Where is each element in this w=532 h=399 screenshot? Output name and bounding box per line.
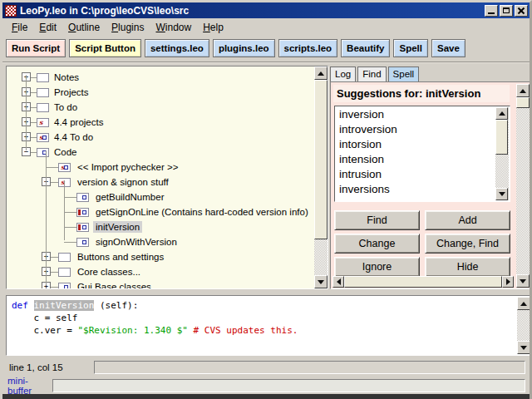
toolbar-button-scripts-leo[interactable]: scripts.leo	[278, 39, 338, 57]
menu-item-outline[interactable]: Outline	[62, 20, 106, 35]
code-token: (self):	[94, 300, 138, 311]
menu-item-file[interactable]: File	[6, 20, 33, 35]
tree-node-label[interactable]: Buttons and settings	[75, 251, 166, 263]
menu-item-window[interactable]: Window	[150, 20, 197, 35]
suggestion-item[interactable]: intorsion	[336, 137, 495, 152]
menu-item-edit[interactable]: Edit	[33, 20, 62, 35]
tree-node-label[interactable]: Gui Base classes	[75, 281, 154, 289]
suggestion-item[interactable]: introversion	[336, 122, 495, 137]
content-mark-icon	[82, 225, 86, 229]
spell-button-ignore[interactable]: Ignore	[334, 257, 420, 277]
suggestion-item[interactable]: inversions	[336, 182, 495, 197]
scrollbar-thumb[interactable]	[344, 276, 502, 288]
toolbar-button-beautify[interactable]: Beautify	[341, 39, 390, 57]
scroll-up-button[interactable]	[495, 107, 508, 120]
spell-button-hide[interactable]: Hide	[425, 257, 510, 277]
tree-node-label[interactable]: Notes	[52, 71, 81, 83]
node-status-icon	[37, 73, 49, 82]
scroll-up-button[interactable]	[314, 66, 328, 80]
minibuffer-input[interactable]	[52, 379, 525, 392]
toolbar-button-script-button[interactable]: Script Button	[69, 39, 141, 57]
code-token: initVersion	[34, 300, 95, 311]
body-editor[interactable]: def initVersion (self): c = self c.ver =…	[6, 295, 532, 356]
tree-node-label[interactable]: Code	[52, 146, 80, 158]
menu-item-plugins[interactable]: Plugins	[106, 20, 150, 35]
suggestions-scrollbar[interactable]	[495, 107, 509, 200]
body-scrollbar[interactable]	[517, 297, 530, 354]
scrollbar-thumb[interactable]	[516, 97, 530, 108]
node-status-icon	[76, 238, 89, 247]
spell-tab-panel: Suggestions for: initVersion inversionin…	[330, 81, 532, 289]
title-bar[interactable]: LeoPy.leo in C:\prog\leoCVS\leo\src	[2, 2, 530, 18]
tab-spell[interactable]: Spell	[388, 66, 420, 81]
scroll-down-button[interactable]	[495, 188, 508, 200]
scrollbar-track[interactable]	[517, 310, 530, 341]
tree-node-label[interactable]: version & signon stuff	[75, 176, 171, 188]
arrow-down-icon	[318, 280, 324, 284]
tree-row: getSignOnLine (Contains hard-coded versi…	[7, 204, 314, 219]
tree-row: +Core classes...	[7, 264, 314, 279]
node-status-icon	[58, 253, 71, 262]
tree-node-label[interactable]: Projects	[52, 86, 91, 98]
toolbar-button-plugins-leo[interactable]: plugins.leo	[213, 39, 275, 57]
scrollbar-thumb[interactable]	[314, 80, 328, 239]
tree-node-label[interactable]: signOnWithVersion	[93, 236, 180, 248]
tab-find[interactable]: Find	[357, 66, 386, 81]
tree-node-label[interactable]: getSignOnLine (Contains hard-coded versi…	[93, 206, 311, 218]
scroll-up-button[interactable]	[516, 84, 530, 97]
content-mark-icon	[42, 135, 47, 140]
content-mark-icon	[82, 240, 86, 244]
toolbar-button-run-script[interactable]: Run Script	[6, 39, 66, 57]
scrollbar-track[interactable]	[516, 108, 530, 274]
tree-row: −sversion & signon stuff	[7, 175, 314, 190]
minimize-button[interactable]	[485, 5, 498, 17]
tree-node-label[interactable]: getBuildNumber	[93, 191, 166, 203]
spell-button-find[interactable]: Find	[334, 210, 420, 230]
tree-connector-line	[47, 167, 58, 168]
node-status-icon	[37, 148, 49, 157]
scrollbar-thumb[interactable]	[495, 120, 508, 155]
scroll-up-button[interactable]	[517, 297, 530, 310]
toolbar-button-spell[interactable]: Spell	[393, 39, 427, 57]
spell-hscrollbar[interactable]	[332, 276, 514, 288]
scroll-down-button[interactable]	[517, 341, 530, 354]
scroll-down-button[interactable]	[516, 274, 530, 288]
tree-connector-line	[64, 242, 76, 243]
suggestion-item[interactable]: intrusion	[336, 167, 495, 182]
maximize-button[interactable]	[500, 5, 513, 17]
spell-button-change-find[interactable]: Change, Find	[425, 234, 510, 254]
spell-button-add[interactable]: Add	[425, 210, 510, 230]
code-line: def initVersion (self):	[12, 299, 513, 312]
tree-node-label[interactable]: 4.4 projects	[52, 116, 106, 128]
tree-node-label[interactable]: To do	[52, 101, 80, 113]
scroll-left-button[interactable]	[332, 276, 344, 288]
content-mark-icon	[82, 210, 86, 214]
suggestions-listbox[interactable]: inversionintroversionintorsionintensioni…	[334, 106, 510, 202]
arrow-up-icon	[499, 111, 505, 116]
outline-scrollbar[interactable]	[314, 66, 328, 288]
tree-row: +s4.4 To do	[7, 130, 314, 145]
suggestion-item[interactable]: inversion	[336, 107, 495, 122]
toolbar-button-save[interactable]: Save	[431, 39, 466, 57]
tree-node-label[interactable]: 4.4 To do	[52, 131, 96, 143]
tree-node-label[interactable]: << Import pychecker >>	[75, 161, 180, 173]
scroll-down-button[interactable]	[314, 275, 328, 288]
spell-vscrollbar[interactable]	[516, 84, 530, 288]
spell-button-change[interactable]: Change	[334, 234, 420, 254]
code-token: c = self	[12, 313, 77, 323]
tree-connector-line	[64, 180, 65, 240]
maximize-icon	[503, 7, 510, 13]
tab-log[interactable]: Log	[330, 66, 356, 81]
tree-connector-line	[46, 150, 47, 285]
scroll-right-button[interactable]	[502, 276, 514, 288]
close-button[interactable]	[515, 5, 528, 17]
toolbar-button-settings-leo[interactable]: settings.leo	[145, 39, 209, 57]
suggestion-item[interactable]: intension	[336, 152, 495, 167]
spell-suggestions-header: Suggestions for: initVersion	[333, 85, 510, 102]
tree-node-label[interactable]: Core classes...	[75, 266, 143, 278]
code-text[interactable]: def initVersion (self): c = self c.ver =…	[8, 298, 516, 353]
menu-item-help[interactable]: Help	[197, 20, 229, 35]
node-status-icon: s	[37, 133, 49, 142]
close-icon	[518, 7, 525, 14]
tree-node-label[interactable]: initVersion	[93, 221, 142, 233]
